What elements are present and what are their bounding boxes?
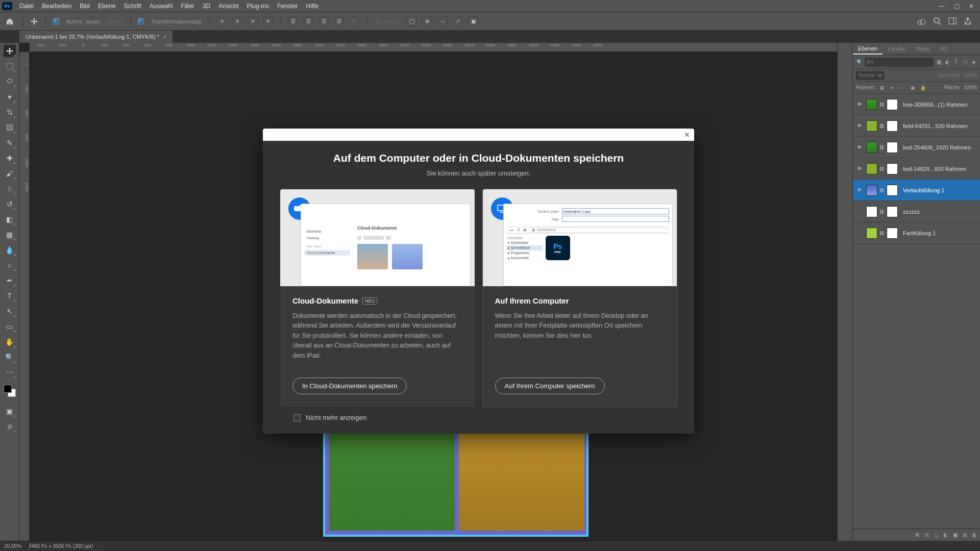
marquee-tool[interactable] bbox=[4, 60, 16, 72]
window-close-icon[interactable]: ✕ bbox=[969, 3, 974, 10]
layer-visibility-icon[interactable]: 👁 bbox=[855, 187, 864, 193]
menu-auswahl[interactable]: Auswahl bbox=[145, 3, 177, 10]
save-cloud-button[interactable]: In Cloud-Dokumenten speichern bbox=[292, 378, 407, 394]
transform-controls-checkbox[interactable] bbox=[138, 18, 144, 24]
layer-row[interactable]: 👁⛓leaf-14829...920 Rahmen bbox=[853, 158, 980, 180]
layer-name[interactable]: leaf-254608_1920 Rahmen bbox=[903, 144, 978, 151]
menu-plugins[interactable]: Plug-ins bbox=[243, 3, 273, 10]
layer-filter-input[interactable] bbox=[865, 58, 934, 67]
more-align-icon[interactable]: ⋯ bbox=[349, 16, 359, 27]
computer-option-card[interactable]: Sichern unter: Tags: ◂ ▸☰▦ ▣ Schreibtisc… bbox=[483, 189, 677, 407]
stamp-tool[interactable]: ⎍ bbox=[4, 183, 16, 195]
move-tool[interactable] bbox=[4, 45, 16, 57]
shape-tool[interactable]: ▭ bbox=[4, 320, 16, 333]
align-bottom-icon[interactable]: ☰ bbox=[318, 16, 329, 27]
lock-pixels-icon[interactable]: ▦ bbox=[878, 84, 886, 91]
dodge-tool[interactable]: ○ bbox=[4, 259, 16, 271]
layer-mask-thumbnail[interactable] bbox=[887, 99, 898, 110]
layer-thumbnail[interactable] bbox=[866, 163, 877, 174]
tab-kanaele[interactable]: Kanäle bbox=[883, 43, 910, 55]
filter-type-icon[interactable]: T bbox=[953, 58, 960, 66]
layer-row[interactable]: 👁⛓leaf-254608_1920 Rahmen bbox=[853, 137, 980, 158]
filter-smart-icon[interactable]: ◈ bbox=[970, 58, 977, 66]
layer-visibility-icon[interactable]: 👁 bbox=[855, 102, 864, 107]
crop-tool[interactable] bbox=[4, 106, 16, 118]
gradient-tool[interactable]: ▦ bbox=[4, 229, 16, 241]
layer-thumbnail[interactable] bbox=[866, 206, 877, 217]
menu-ebene[interactable]: Ebene bbox=[94, 3, 120, 10]
adjustment-layer-icon[interactable]: ◐ bbox=[943, 532, 948, 538]
document-dimensions[interactable]: 2480 Px x 3508 Px (300 ppi) bbox=[29, 543, 93, 549]
filter-adjust-icon[interactable]: ◐ bbox=[944, 58, 951, 66]
home-icon[interactable] bbox=[4, 16, 15, 27]
move-tool-icon[interactable] bbox=[30, 17, 38, 26]
status-menu-icon[interactable]: 〉 bbox=[100, 543, 105, 550]
layer-name[interactable]: field-54291...920 Rahmen bbox=[903, 123, 978, 129]
distribute-icon[interactable]: ≡ bbox=[263, 16, 273, 27]
magic-wand-tool[interactable]: ✦ bbox=[4, 91, 16, 103]
layer-name[interactable]: zzzzzz bbox=[903, 209, 978, 215]
color-swatches[interactable] bbox=[4, 385, 16, 397]
distribute-v-icon[interactable]: ☰ bbox=[334, 16, 344, 27]
collapsed-panel-dock[interactable] bbox=[837, 43, 852, 541]
new-group-icon[interactable]: ▣ bbox=[953, 532, 958, 538]
layer-name[interactable]: tree-309568...(1) Rahmen bbox=[903, 102, 978, 108]
menu-filter[interactable]: Filter bbox=[177, 3, 199, 10]
blend-mode-select[interactable]: Normal bbox=[856, 71, 884, 80]
align-left-icon[interactable]: ≡ bbox=[217, 16, 227, 27]
layer-thumbnail[interactable] bbox=[866, 228, 877, 239]
eyedropper-tool[interactable]: ✎ bbox=[4, 137, 16, 149]
layer-mask-thumbnail[interactable] bbox=[887, 120, 898, 132]
zoom-level[interactable]: 20,66% bbox=[4, 543, 21, 549]
layer-thumbnail[interactable] bbox=[866, 120, 877, 132]
auto-select-mode[interactable]: Ebene bbox=[107, 18, 123, 24]
menu-bearbeiten[interactable]: Bearbeiten bbox=[38, 3, 76, 10]
layer-row[interactable]: ⛓zzzzzz bbox=[853, 201, 980, 222]
tab-3d[interactable]: 3D bbox=[935, 43, 952, 55]
menu-ansicht[interactable]: Ansicht bbox=[214, 3, 242, 10]
layer-fx-icon[interactable]: fx bbox=[925, 532, 929, 538]
layer-row[interactable]: 👁⛓Verlaufsfüllung 1 bbox=[853, 180, 980, 201]
menu-fenster[interactable]: Fenster bbox=[273, 3, 302, 10]
layer-name[interactable]: leaf-14829...920 Rahmen bbox=[903, 166, 978, 172]
auto-select-checkbox[interactable] bbox=[53, 18, 59, 24]
brush-tool[interactable]: 🖌 bbox=[4, 167, 16, 180]
layer-mask-thumbnail[interactable] bbox=[887, 228, 898, 239]
link-layers-icon[interactable]: ⌘ bbox=[915, 532, 920, 538]
lock-position-icon[interactable]: ✛ bbox=[889, 84, 896, 91]
layer-row[interactable]: 👁⛓tree-309568...(1) Rahmen bbox=[853, 94, 980, 115]
align-right-icon[interactable]: ≡ bbox=[248, 16, 258, 27]
menu-3d[interactable]: 3D bbox=[199, 3, 214, 10]
window-minimize-icon[interactable]: — bbox=[939, 3, 945, 10]
quickmask-icon[interactable]: ▣ bbox=[4, 405, 16, 417]
layer-row[interactable]: ⛓Farbfüllung 1 bbox=[853, 222, 980, 244]
menu-schrift[interactable]: Schrift bbox=[120, 3, 145, 10]
layer-visibility-icon[interactable]: 👁 bbox=[855, 144, 864, 150]
cloud-option-card[interactable]: Startseite Training IHRE ARBEIT Cloud-Do… bbox=[280, 189, 475, 407]
align-center-icon[interactable]: ≡ bbox=[232, 16, 242, 27]
dialog-close-icon[interactable]: ✕ bbox=[684, 131, 690, 139]
layer-name[interactable]: Verlaufsfüllung 1 bbox=[903, 187, 978, 193]
document-tab[interactable]: Unbenannt-1 bei 20,7% (Verlaufsfüllung 1… bbox=[19, 31, 173, 43]
fill-value[interactable]: 100% bbox=[964, 85, 977, 90]
menu-bild[interactable]: Bild bbox=[76, 3, 94, 10]
save-computer-button[interactable]: Auf Ihrem Computer speichern bbox=[495, 378, 605, 394]
menu-datei[interactable]: Datei bbox=[15, 3, 38, 10]
dont-show-checkbox[interactable] bbox=[293, 414, 301, 421]
delete-layer-icon[interactable]: 🗑 bbox=[972, 532, 977, 538]
layer-thumbnail[interactable] bbox=[866, 185, 877, 196]
healing-tool[interactable]: ✚ bbox=[4, 152, 16, 164]
lock-all-icon[interactable]: 🔒 bbox=[919, 84, 926, 91]
share-icon[interactable] bbox=[964, 17, 972, 26]
window-restore-icon[interactable]: ▢ bbox=[954, 3, 960, 10]
frame-tool[interactable] bbox=[4, 121, 16, 134]
tab-ebenen[interactable]: Ebenen bbox=[853, 43, 883, 55]
eraser-tool[interactable]: ◧ bbox=[4, 213, 16, 226]
new-layer-icon[interactable]: ⊞ bbox=[963, 532, 967, 538]
cloud-icon[interactable] bbox=[917, 17, 926, 26]
align-top-icon[interactable]: ☰ bbox=[288, 16, 298, 27]
layer-visibility-icon[interactable]: 👁 bbox=[855, 123, 864, 129]
layer-name[interactable]: Farbfüllung 1 bbox=[903, 230, 978, 236]
layer-mask-thumbnail[interactable] bbox=[887, 163, 898, 174]
opacity-value[interactable]: 100% bbox=[964, 72, 977, 78]
